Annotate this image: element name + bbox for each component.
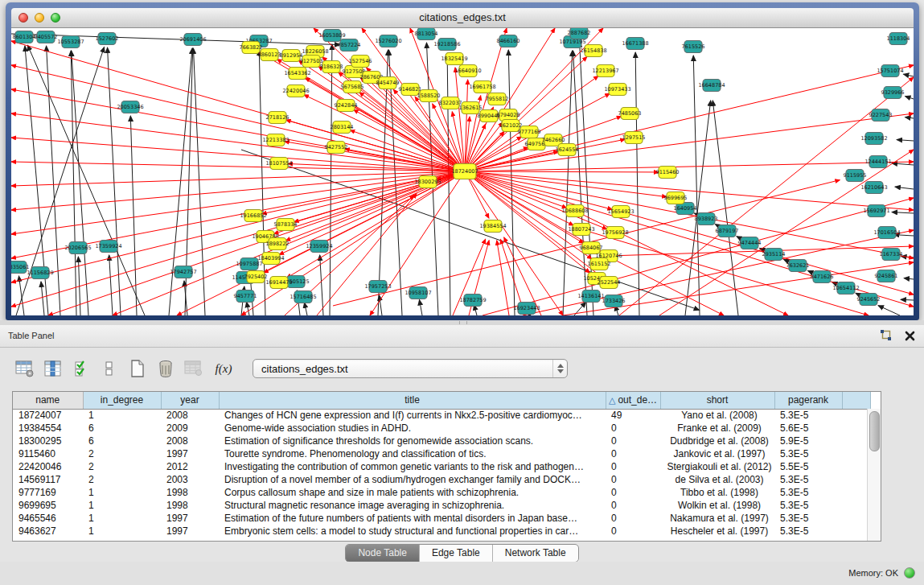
minimize-button[interactable] bbox=[35, 13, 44, 23]
table-cell[interactable]: 5.3E-5 bbox=[774, 409, 842, 422]
network-node[interactable]: 19384554 bbox=[479, 220, 506, 233]
tab-network-table[interactable]: Network Table bbox=[492, 545, 578, 562]
table-cell[interactable]: 0 bbox=[606, 460, 660, 473]
network-canvas[interactable]: 8601304940557210553287152760220691406106… bbox=[11, 28, 914, 315]
table-cell[interactable]: Estimation of the future numbers of pati… bbox=[219, 512, 606, 525]
network-node[interactable]: 9427552 bbox=[325, 142, 348, 154]
network-node[interactable]: 1527602 bbox=[96, 33, 119, 45]
network-node[interactable]: 1297515 bbox=[622, 132, 646, 144]
network-node[interactable]: 8454749 bbox=[376, 77, 400, 89]
network-node[interactable]: 1615152 bbox=[588, 258, 611, 270]
network-node[interactable]: 1362615 bbox=[459, 102, 483, 114]
network-node[interactable]: 9115460 bbox=[656, 167, 680, 179]
network-node[interactable]: 1588520 bbox=[417, 90, 441, 102]
network-node[interactable]: 16154838 bbox=[580, 45, 606, 57]
delete-table-button[interactable] bbox=[183, 359, 204, 378]
table-cell[interactable]: 5.3E-5 bbox=[774, 473, 842, 486]
table-cell[interactable]: 2008 bbox=[161, 409, 219, 422]
network-node[interactable]: 12359924 bbox=[306, 241, 332, 253]
table-cell[interactable]: 19384554 bbox=[13, 422, 83, 435]
table-cell[interactable] bbox=[842, 460, 870, 473]
network-node[interactable]: 19218586 bbox=[433, 39, 460, 51]
table-cell[interactable]: Estimation of significance thresholds fo… bbox=[219, 435, 606, 447]
table-cell[interactable]: 9465546 bbox=[13, 512, 83, 525]
network-node[interactable]: 1527546 bbox=[349, 56, 372, 68]
column-header-in-degree[interactable]: in_degree bbox=[83, 392, 161, 409]
network-node[interactable]: 17957253 bbox=[364, 281, 391, 293]
network-node[interactable]: 9699695 bbox=[664, 192, 688, 204]
network-node[interactable]: 2935114 bbox=[762, 249, 786, 261]
network-node[interactable]: 9227543 bbox=[869, 109, 893, 122]
table-cell[interactable]: 2008 bbox=[161, 435, 219, 447]
table-cell[interactable]: Tourette syndrome. Phenomenology and cla… bbox=[219, 447, 606, 460]
table-cell[interactable]: 9699695 bbox=[13, 499, 83, 512]
network-node[interactable]: 17016504 bbox=[873, 227, 900, 239]
network-node[interactable]: 16640910 bbox=[454, 65, 481, 77]
table-cell[interactable]: 1998 bbox=[161, 499, 219, 512]
table-cell[interactable]: 0 bbox=[606, 473, 660, 486]
table-cell[interactable]: 1 bbox=[83, 499, 161, 512]
table-cell[interactable]: Wolkin et al. (1998) bbox=[660, 499, 774, 512]
network-node[interactable]: 1898222 bbox=[266, 238, 290, 250]
table-cell[interactable]: 9777169 bbox=[13, 486, 83, 499]
column-header-title[interactable]: title bbox=[219, 392, 606, 409]
network-node[interactable]: 16210643 bbox=[860, 182, 887, 194]
table-cell[interactable]: 1 bbox=[83, 409, 161, 422]
table-cell[interactable]: Disruption of a novel member of a sodium… bbox=[219, 473, 606, 486]
table-cell[interactable]: 49 bbox=[606, 409, 660, 422]
close-button[interactable] bbox=[18, 13, 28, 23]
table-row[interactable]: 911546021997Tourette syndrome. Phenomeno… bbox=[13, 447, 870, 460]
network-node[interactable]: 12444151 bbox=[864, 156, 891, 168]
network-node[interactable]: 9242844 bbox=[335, 100, 358, 112]
table-cell[interactable]: 1997 bbox=[161, 447, 219, 460]
table-cell[interactable]: Yano et al. (2008) bbox=[660, 409, 774, 422]
network-node[interactable]: 10958107 bbox=[405, 287, 431, 299]
table-cell[interactable]: 0 bbox=[606, 499, 660, 512]
table-scrollbar-thumb[interactable] bbox=[869, 411, 880, 451]
network-node[interactable]: 1733426 bbox=[602, 295, 626, 307]
network-node[interactable]: 5675685 bbox=[341, 81, 364, 93]
network-node[interactable]: 5878334 bbox=[274, 219, 298, 231]
network-node[interactable]: 9777169 bbox=[518, 126, 541, 138]
table-cell[interactable] bbox=[842, 435, 870, 447]
network-node[interactable]: 8466160 bbox=[497, 35, 520, 47]
table-cell[interactable]: Hescheler et al. (1997) bbox=[660, 525, 774, 538]
network-node[interactable]: 10553287 bbox=[57, 36, 84, 48]
network-node[interactable]: 9329966 bbox=[881, 87, 905, 99]
table-cell[interactable]: 1 bbox=[83, 486, 161, 499]
float-panel-button[interactable] bbox=[879, 329, 892, 342]
table-cell[interactable]: 2012 bbox=[161, 460, 219, 473]
network-selector-dropdown[interactable]: citations_edges.txt bbox=[253, 359, 568, 378]
table-cell[interactable]: Investigating the contribution of common… bbox=[219, 460, 606, 473]
table-cell[interactable]: Corpus callosum shape and size in male p… bbox=[219, 486, 606, 499]
network-node[interactable]: 2718126 bbox=[266, 112, 290, 124]
table-cell[interactable]: 18724007 bbox=[13, 409, 83, 422]
network-node[interactable]: 15692971 bbox=[863, 205, 889, 217]
network-node[interactable]: 16648784 bbox=[698, 80, 725, 92]
network-node[interactable]: 9245652 bbox=[857, 294, 881, 306]
network-node[interactable]: 17942757 bbox=[170, 266, 196, 278]
network-window-titlebar[interactable]: citations_edges.txt bbox=[11, 8, 914, 28]
table-cell[interactable]: 1 bbox=[83, 525, 161, 538]
network-node[interactable]: 1624554 bbox=[556, 144, 579, 156]
table-cell[interactable]: Genome-wide association studies in ADHD. bbox=[219, 422, 606, 435]
table-cell[interactable]: 9463627 bbox=[13, 525, 83, 538]
table-cell[interactable] bbox=[842, 422, 870, 435]
table-cell[interactable]: Structural magnetic resonance image aver… bbox=[219, 499, 606, 512]
column-header-pagerank[interactable]: pagerank bbox=[774, 392, 842, 409]
table-cell[interactable]: 6 bbox=[83, 435, 161, 447]
table-row[interactable]: 1872400712008Changes of HCN gene express… bbox=[13, 409, 870, 422]
network-node[interactable]: 1118304 bbox=[887, 33, 910, 45]
network-node[interactable]: 15751074 bbox=[877, 65, 903, 77]
network-node[interactable]: 7615526 bbox=[682, 41, 705, 53]
table-cell[interactable]: 2 bbox=[83, 460, 161, 473]
table-cell[interactable]: 5.3E-5 bbox=[774, 525, 842, 538]
network-node[interactable]: 9474444 bbox=[738, 237, 762, 249]
column-header-name[interactable]: name bbox=[13, 392, 83, 409]
table-row[interactable]: 1456911722003Disruption of a novel membe… bbox=[13, 473, 870, 486]
close-panel-button[interactable] bbox=[903, 329, 916, 342]
table-cell[interactable]: 2003 bbox=[161, 473, 219, 486]
show-columns-button[interactable] bbox=[43, 359, 64, 378]
table-cell[interactable]: 5.3E-5 bbox=[774, 512, 842, 525]
network-node[interactable]: 7925402 bbox=[244, 271, 268, 283]
